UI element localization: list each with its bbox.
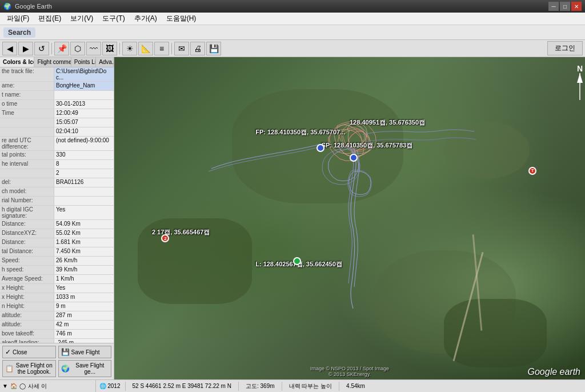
minimize-button[interactable]: ─	[548, 2, 559, 11]
toolbar-add-placemark[interactable]: 📌	[54, 42, 69, 55]
bottom-arrow[interactable]: ▼	[2, 383, 8, 389]
toolbar-add-image[interactable]: 🖼	[102, 42, 117, 55]
menu-edit[interactable]: 편집(E)	[34, 13, 66, 25]
data-key-16: DistanceXYZ:	[0, 229, 54, 238]
svg-marker-2	[577, 73, 583, 83]
searchbar: Search	[0, 25, 585, 40]
toolbar-add-polygon[interactable]: ⬡	[70, 42, 85, 55]
data-row-24: n Height:9 m	[0, 302, 114, 311]
data-row-22: x Height:Yes	[0, 284, 114, 293]
menu-view[interactable]: 보기(V)	[66, 13, 98, 25]
data-row-25: altitude:287 m	[0, 311, 114, 321]
tab-flight-comments[interactable]: Flight comments:	[34, 57, 71, 67]
toolbar-email[interactable]: ✉	[174, 42, 189, 55]
data-val-21: 1 Km/h	[54, 275, 114, 283]
login-button[interactable]: 로그인	[547, 41, 583, 55]
toolbar-ruler[interactable]: 📐	[138, 42, 153, 55]
data-val-17: 1.681 Km	[54, 238, 114, 247]
data-key-21: Average Speed:	[0, 275, 54, 283]
save-flight-label: Save Flight	[71, 349, 100, 355]
data-val-28: -245 m	[54, 339, 114, 343]
data-val-25: 287 m	[54, 311, 114, 320]
data-row-9: he interval8	[0, 160, 114, 169]
data-row-10: 2	[0, 169, 114, 178]
save-logbook-button[interactable]: 📋 Save Flight on the Logbook.	[2, 360, 56, 377]
data-key-11: del:	[0, 178, 54, 187]
btn-row-2: 📋 Save Flight on the Logbook. 🌍 Save Fli…	[2, 360, 111, 377]
tab-advanced[interactable]: Adva..	[96, 57, 114, 67]
data-val-3: 30-01-2013	[54, 100, 114, 109]
toolbar-save[interactable]: 💾	[206, 42, 221, 55]
data-key-17: Distance:	[0, 238, 54, 247]
waypoint-t[interactable]: T	[528, 167, 536, 175]
save-ge-button[interactable]: 🌍 Save Flight ge...	[58, 360, 112, 377]
data-key-3: o time	[0, 100, 54, 109]
sidebar-buttons: ✓ Close 💾 Save Flight 📋 Save Flight on t…	[0, 343, 114, 379]
tab-points-list[interactable]: Points List	[71, 57, 96, 67]
map-area[interactable]: N FP: 128.410350캡, 35.675707... SP: 128.…	[114, 57, 585, 379]
data-val-10: 2	[54, 169, 114, 178]
maximize-button[interactable]: □	[560, 2, 570, 11]
toolbar-refresh[interactable]: ↺	[34, 42, 49, 55]
menu-help[interactable]: 도움말(H)	[162, 13, 201, 25]
data-key-23: x Height:	[0, 293, 54, 302]
data-key-24: n Height:	[0, 302, 54, 311]
data-val-2	[54, 91, 114, 99]
data-key-19: Speed:	[0, 257, 54, 265]
google-earth-logo: Google earth	[527, 367, 580, 377]
toolbar-print[interactable]: 🖨	[190, 42, 205, 55]
data-key-10	[0, 169, 54, 178]
data-val-11: BRA01126	[54, 178, 114, 187]
title-left: 🌍 Google Earth	[3, 3, 52, 10]
titlebar: 🌍 Google Earth ─ □ ✕	[0, 0, 585, 13]
data-row-17: Distance:1.681 Km	[0, 238, 114, 247]
data-val-1: BongHee_Nam	[54, 82, 114, 90]
data-key-22: x Height:	[0, 284, 54, 293]
data-val-9: 8	[54, 160, 114, 169]
menu-add[interactable]: 추가(A)	[130, 13, 162, 25]
data-val-19: 26 Km/h	[54, 257, 114, 265]
flight-track-svg: N	[114, 57, 585, 379]
data-val-4: 12:00:49	[54, 109, 114, 118]
data-key-12: ch model:	[0, 187, 54, 196]
sidebar-data: the track file:C:\Users\Bigbird\Doc...am…	[0, 67, 114, 343]
bottom-panel: ▼ 🏠 ◯ 사세 이	[0, 379, 96, 392]
btn-row-1: ✓ Close 💾 Save Flight	[2, 346, 111, 358]
copyright: Image © NSPO 2013 / Spot Image© 2013 SKE…	[310, 366, 389, 377]
data-row-13: rial Number:	[0, 197, 114, 206]
toolbar-layers[interactable]: ≡	[154, 42, 169, 55]
bottom-circle[interactable]: ◯	[19, 383, 26, 389]
data-row-8: tal points:330	[0, 151, 114, 160]
data-key-26: altitude:	[0, 321, 54, 329]
toolbar-sep-2	[119, 43, 120, 54]
data-key-13: rial Number:	[0, 197, 54, 205]
toolbar-back[interactable]: ◀	[2, 42, 17, 55]
close-window-button[interactable]: ✕	[571, 2, 582, 11]
terrain-label: 내력 따부는 높이	[287, 382, 335, 390]
altitude-label: 고도: 369m	[243, 382, 277, 390]
save-flight-button[interactable]: 💾 Save Flight	[58, 346, 112, 358]
menu-file[interactable]: 파일(F)	[2, 13, 34, 25]
sidebar: Colors & Icons Flight comments: Points L…	[0, 57, 114, 379]
toolbar-sep-3	[171, 43, 172, 54]
data-key-7: re and UTC difference:	[0, 137, 54, 150]
year-label: 2012	[107, 383, 120, 389]
data-key-5	[0, 118, 54, 127]
toolbar-sun[interactable]: ☀	[122, 42, 137, 55]
data-val-14: Yes	[54, 206, 114, 219]
data-val-15: 54.09 Km	[54, 220, 114, 229]
data-row-26: altitude:42 m	[0, 321, 114, 330]
menu-tools[interactable]: 도구(T)	[98, 13, 129, 25]
toolbar-add-path[interactable]: 〰	[86, 42, 101, 55]
close-flight-button[interactable]: ✓ Close	[2, 346, 56, 358]
data-key-14: h digital IGC signature:	[0, 206, 54, 219]
main-content: Colors & Icons Flight comments: Points L…	[0, 57, 585, 379]
waypoint-lp[interactable]	[293, 257, 301, 265]
tab-colors-icons[interactable]: Colors & Icons	[0, 57, 34, 67]
year-badge: 🌐 2012	[99, 383, 120, 389]
svg-text:N: N	[577, 64, 583, 73]
toolbar-forward[interactable]: ▶	[18, 42, 33, 55]
data-row-18: tal Distance:7.450 Km	[0, 247, 114, 257]
bottom-home[interactable]: 🏠	[10, 383, 17, 389]
data-val-0: C:\Users\Bigbird\Doc...	[54, 67, 114, 81]
